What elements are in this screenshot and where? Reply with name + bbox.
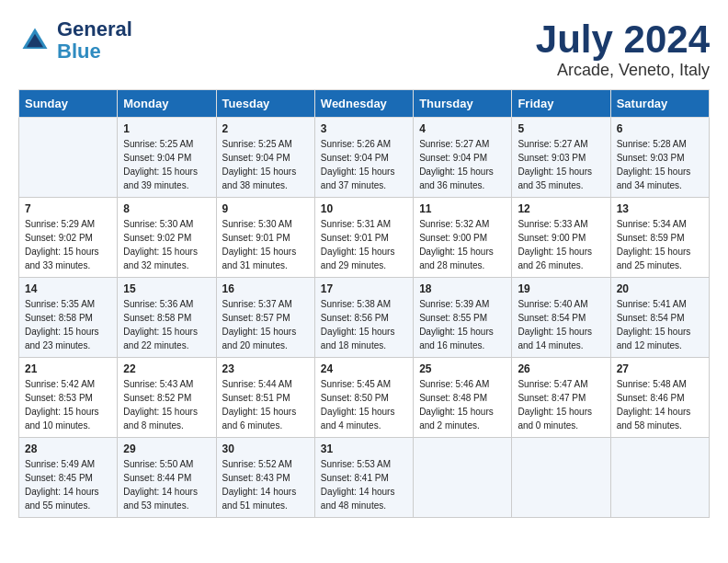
calendar-cell: 5Sunrise: 5:27 AM Sunset: 9:03 PM Daylig… <box>512 118 610 198</box>
day-number: 7 <box>25 202 111 215</box>
calendar-cell: 30Sunrise: 5:52 AM Sunset: 8:43 PM Dayli… <box>216 438 314 518</box>
day-info: Sunrise: 5:43 AM Sunset: 8:52 PM Dayligh… <box>123 377 210 432</box>
calendar-cell: 20Sunrise: 5:41 AM Sunset: 8:54 PM Dayli… <box>610 278 709 358</box>
day-number: 30 <box>222 442 309 455</box>
day-number: 27 <box>617 362 703 375</box>
calendar-cell: 27Sunrise: 5:48 AM Sunset: 8:46 PM Dayli… <box>610 358 709 438</box>
day-info: Sunrise: 5:35 AM Sunset: 8:58 PM Dayligh… <box>25 297 111 352</box>
day-info: Sunrise: 5:32 AM Sunset: 9:00 PM Dayligh… <box>419 217 506 272</box>
day-info: Sunrise: 5:34 AM Sunset: 8:59 PM Dayligh… <box>617 217 703 272</box>
day-number: 22 <box>123 362 210 375</box>
calendar-cell: 25Sunrise: 5:46 AM Sunset: 8:48 PM Dayli… <box>414 358 512 438</box>
calendar-cell: 13Sunrise: 5:34 AM Sunset: 8:59 PM Dayli… <box>610 198 709 278</box>
calendar-cell: 12Sunrise: 5:33 AM Sunset: 9:00 PM Dayli… <box>512 198 610 278</box>
day-info: Sunrise: 5:31 AM Sunset: 9:01 PM Dayligh… <box>321 217 407 272</box>
calendar-cell: 26Sunrise: 5:47 AM Sunset: 8:47 PM Dayli… <box>512 358 610 438</box>
calendar-cell: 2Sunrise: 5:25 AM Sunset: 9:04 PM Daylig… <box>216 118 314 198</box>
day-info: Sunrise: 5:37 AM Sunset: 8:57 PM Dayligh… <box>222 297 309 352</box>
day-number: 15 <box>123 282 210 295</box>
calendar-cell: 6Sunrise: 5:28 AM Sunset: 9:03 PM Daylig… <box>610 118 709 198</box>
header-cell-sunday: Sunday <box>19 90 118 118</box>
calendar-cell: 17Sunrise: 5:38 AM Sunset: 8:56 PM Dayli… <box>314 278 413 358</box>
calendar-cell: 10Sunrise: 5:31 AM Sunset: 9:01 PM Dayli… <box>314 198 413 278</box>
day-number: 1 <box>123 122 210 135</box>
day-number: 21 <box>25 362 111 375</box>
day-info: Sunrise: 5:27 AM Sunset: 9:03 PM Dayligh… <box>518 137 604 192</box>
calendar-week-0: 1Sunrise: 5:25 AM Sunset: 9:04 PM Daylig… <box>19 118 710 198</box>
day-number: 12 <box>518 202 604 215</box>
calendar-header: SundayMondayTuesdayWednesdayThursdayFrid… <box>19 90 710 118</box>
day-number: 20 <box>617 282 703 295</box>
day-number: 28 <box>25 442 111 455</box>
day-number: 13 <box>617 202 703 215</box>
calendar-cell: 24Sunrise: 5:45 AM Sunset: 8:50 PM Dayli… <box>314 358 413 438</box>
calendar-cell: 28Sunrise: 5:49 AM Sunset: 8:45 PM Dayli… <box>19 438 118 518</box>
calendar-cell: 8Sunrise: 5:30 AM Sunset: 9:02 PM Daylig… <box>118 198 216 278</box>
calendar-cell: 23Sunrise: 5:44 AM Sunset: 8:51 PM Dayli… <box>216 358 314 438</box>
title-block: July 2024 Arcade, Veneto, Italy <box>536 18 710 80</box>
calendar-cell: 3Sunrise: 5:26 AM Sunset: 9:04 PM Daylig… <box>314 118 413 198</box>
calendar-cell <box>512 438 610 518</box>
calendar-week-3: 21Sunrise: 5:42 AM Sunset: 8:53 PM Dayli… <box>19 358 710 438</box>
calendar-cell <box>19 118 118 198</box>
header-cell-wednesday: Wednesday <box>314 90 413 118</box>
calendar-cell: 1Sunrise: 5:25 AM Sunset: 9:04 PM Daylig… <box>118 118 216 198</box>
calendar-cell: 18Sunrise: 5:39 AM Sunset: 8:55 PM Dayli… <box>414 278 512 358</box>
calendar-week-2: 14Sunrise: 5:35 AM Sunset: 8:58 PM Dayli… <box>19 278 710 358</box>
day-number: 2 <box>222 122 309 135</box>
header-row: SundayMondayTuesdayWednesdayThursdayFrid… <box>19 90 710 118</box>
calendar-week-1: 7Sunrise: 5:29 AM Sunset: 9:02 PM Daylig… <box>19 198 710 278</box>
day-number: 6 <box>617 122 703 135</box>
calendar-table: SundayMondayTuesdayWednesdayThursdayFrid… <box>18 89 710 518</box>
day-info: Sunrise: 5:48 AM Sunset: 8:46 PM Dayligh… <box>617 377 703 432</box>
day-number: 19 <box>518 282 604 295</box>
calendar-week-4: 28Sunrise: 5:49 AM Sunset: 8:45 PM Dayli… <box>19 438 710 518</box>
day-info: Sunrise: 5:45 AM Sunset: 8:50 PM Dayligh… <box>321 377 407 432</box>
calendar-cell: 14Sunrise: 5:35 AM Sunset: 8:58 PM Dayli… <box>19 278 118 358</box>
day-number: 25 <box>419 362 506 375</box>
day-number: 31 <box>321 442 407 455</box>
calendar-cell <box>414 438 512 518</box>
day-info: Sunrise: 5:27 AM Sunset: 9:04 PM Dayligh… <box>419 137 506 192</box>
day-number: 9 <box>222 202 309 215</box>
calendar-cell: 19Sunrise: 5:40 AM Sunset: 8:54 PM Dayli… <box>512 278 610 358</box>
header-cell-thursday: Thursday <box>414 90 512 118</box>
calendar-cell <box>610 438 709 518</box>
day-info: Sunrise: 5:38 AM Sunset: 8:56 PM Dayligh… <box>321 297 407 352</box>
day-number: 5 <box>518 122 604 135</box>
day-info: Sunrise: 5:42 AM Sunset: 8:53 PM Dayligh… <box>25 377 111 432</box>
day-info: Sunrise: 5:28 AM Sunset: 9:03 PM Dayligh… <box>617 137 703 192</box>
calendar-cell: 11Sunrise: 5:32 AM Sunset: 9:00 PM Dayli… <box>414 198 512 278</box>
day-info: Sunrise: 5:30 AM Sunset: 9:02 PM Dayligh… <box>123 217 210 272</box>
day-info: Sunrise: 5:39 AM Sunset: 8:55 PM Dayligh… <box>419 297 506 352</box>
calendar-cell: 7Sunrise: 5:29 AM Sunset: 9:02 PM Daylig… <box>19 198 118 278</box>
day-info: Sunrise: 5:44 AM Sunset: 8:51 PM Dayligh… <box>222 377 309 432</box>
day-number: 24 <box>321 362 407 375</box>
day-info: Sunrise: 5:53 AM Sunset: 8:41 PM Dayligh… <box>321 457 407 512</box>
day-number: 23 <box>222 362 309 375</box>
logo: General Blue <box>18 18 132 63</box>
calendar-subtitle: Arcade, Veneto, Italy <box>536 61 710 80</box>
day-info: Sunrise: 5:49 AM Sunset: 8:45 PM Dayligh… <box>25 457 111 512</box>
day-info: Sunrise: 5:41 AM Sunset: 8:54 PM Dayligh… <box>617 297 703 352</box>
day-number: 14 <box>25 282 111 295</box>
day-number: 4 <box>419 122 506 135</box>
day-info: Sunrise: 5:26 AM Sunset: 9:04 PM Dayligh… <box>321 137 407 192</box>
day-info: Sunrise: 5:29 AM Sunset: 9:02 PM Dayligh… <box>25 217 111 272</box>
calendar-cell: 29Sunrise: 5:50 AM Sunset: 8:44 PM Dayli… <box>118 438 216 518</box>
calendar-cell: 31Sunrise: 5:53 AM Sunset: 8:41 PM Dayli… <box>314 438 413 518</box>
calendar-cell: 21Sunrise: 5:42 AM Sunset: 8:53 PM Dayli… <box>19 358 118 438</box>
calendar-title: July 2024 <box>536 18 710 61</box>
calendar-cell: 16Sunrise: 5:37 AM Sunset: 8:57 PM Dayli… <box>216 278 314 358</box>
header-cell-monday: Monday <box>118 90 216 118</box>
header-cell-tuesday: Tuesday <box>216 90 314 118</box>
header-cell-saturday: Saturday <box>610 90 709 118</box>
day-number: 10 <box>321 202 407 215</box>
calendar-cell: 15Sunrise: 5:36 AM Sunset: 8:58 PM Dayli… <box>118 278 216 358</box>
page-header: General Blue July 2024 Arcade, Veneto, I… <box>18 18 710 80</box>
day-info: Sunrise: 5:47 AM Sunset: 8:47 PM Dayligh… <box>518 377 604 432</box>
calendar-cell: 9Sunrise: 5:30 AM Sunset: 9:01 PM Daylig… <box>216 198 314 278</box>
logo-icon <box>18 24 51 57</box>
header-cell-friday: Friday <box>512 90 610 118</box>
day-info: Sunrise: 5:50 AM Sunset: 8:44 PM Dayligh… <box>123 457 210 512</box>
